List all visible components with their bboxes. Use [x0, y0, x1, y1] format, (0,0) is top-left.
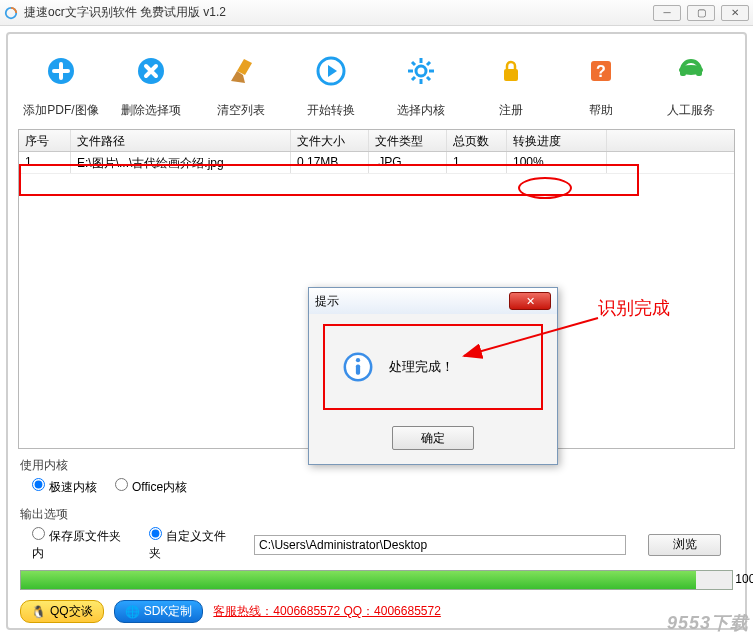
- dialog-ok-button[interactable]: 确定: [392, 426, 474, 450]
- dialog-title: 提示: [315, 293, 339, 310]
- col-type: 文件类型: [369, 130, 447, 151]
- x-icon: [124, 44, 178, 98]
- titlebar: 捷速ocr文字识别软件 免费试用版 v1.2 ─ ▢ ✕: [0, 0, 753, 26]
- progress-percent: 100%: [735, 572, 753, 586]
- svg-line-23: [464, 318, 598, 356]
- maximize-button[interactable]: ▢: [687, 5, 715, 21]
- delete-button[interactable]: 删除选择项: [106, 44, 196, 119]
- svg-line-12: [412, 77, 415, 80]
- play-icon: [304, 44, 358, 98]
- output-custom-folder-radio[interactable]: 自定义文件夹: [149, 527, 236, 562]
- qq-chat-button[interactable]: 🐧QQ交谈: [20, 600, 104, 623]
- plus-icon: [34, 44, 88, 98]
- svg-rect-22: [356, 364, 360, 374]
- hotline-text: 客服热线：4006685572 QQ：4006685572: [213, 603, 440, 620]
- progress-bar: 100%: [20, 570, 733, 590]
- watermark: 9553下载: [667, 611, 749, 635]
- col-size: 文件大小: [291, 130, 369, 151]
- svg-text:?: ?: [596, 63, 606, 80]
- progress-fill: [21, 571, 696, 589]
- clear-list-button[interactable]: 清空列表: [196, 44, 286, 119]
- col-idx: 序号: [19, 130, 71, 151]
- broom-icon: [214, 44, 268, 98]
- svg-point-21: [356, 358, 360, 362]
- window-title: 捷速ocr文字识别软件 免费试用版 v1.2: [24, 4, 226, 21]
- add-file-button[interactable]: 添加PDF/图像: [16, 44, 106, 119]
- output-same-folder-radio[interactable]: 保存原文件夹内: [32, 527, 131, 562]
- svg-rect-18: [696, 70, 702, 76]
- globe-icon: 🌐: [125, 605, 140, 619]
- engine-office-radio[interactable]: Office内核: [115, 478, 187, 496]
- output-path-input[interactable]: [254, 535, 626, 555]
- annotation-arrow: [458, 314, 618, 374]
- toolbar: 添加PDF/图像删除选择项清空列表开始转换选择内核注册?帮助人工服务: [8, 34, 745, 123]
- phone-icon: [664, 44, 718, 98]
- close-button[interactable]: ✕: [721, 5, 749, 21]
- help-icon: ?: [574, 44, 628, 98]
- select-engine-button[interactable]: 选择内核: [376, 44, 466, 119]
- progress-highlight: [518, 177, 572, 199]
- dialog-close-button[interactable]: ✕: [509, 292, 551, 310]
- gear-icon: [394, 44, 448, 98]
- engine-fast-radio[interactable]: 极速内核: [32, 478, 97, 496]
- output-label: 输出选项: [20, 506, 733, 523]
- svg-rect-13: [504, 69, 518, 81]
- support-button[interactable]: 人工服务: [646, 44, 736, 119]
- table-header: 序号 文件路径 文件大小 文件类型 总页数 转换进度: [19, 130, 734, 152]
- col-progress: 转换进度: [507, 130, 607, 151]
- sdk-button[interactable]: 🌐SDK定制: [114, 600, 204, 623]
- browse-button[interactable]: 浏览: [648, 534, 721, 556]
- lock-icon: [484, 44, 538, 98]
- help-button[interactable]: ?帮助: [556, 44, 646, 119]
- minimize-button[interactable]: ─: [653, 5, 681, 21]
- start-convert-button[interactable]: 开始转换: [286, 44, 376, 119]
- svg-line-11: [427, 62, 430, 65]
- dialog-message: 处理完成！: [389, 358, 454, 376]
- register-button[interactable]: 注册: [466, 44, 556, 119]
- svg-line-10: [427, 77, 430, 80]
- svg-point-4: [416, 66, 426, 76]
- svg-line-9: [412, 62, 415, 65]
- svg-rect-17: [680, 70, 686, 76]
- info-icon: [341, 350, 375, 384]
- qq-icon: 🐧: [31, 605, 46, 619]
- col-pages: 总页数: [447, 130, 507, 151]
- app-icon: [4, 6, 18, 20]
- col-path: 文件路径: [71, 130, 291, 151]
